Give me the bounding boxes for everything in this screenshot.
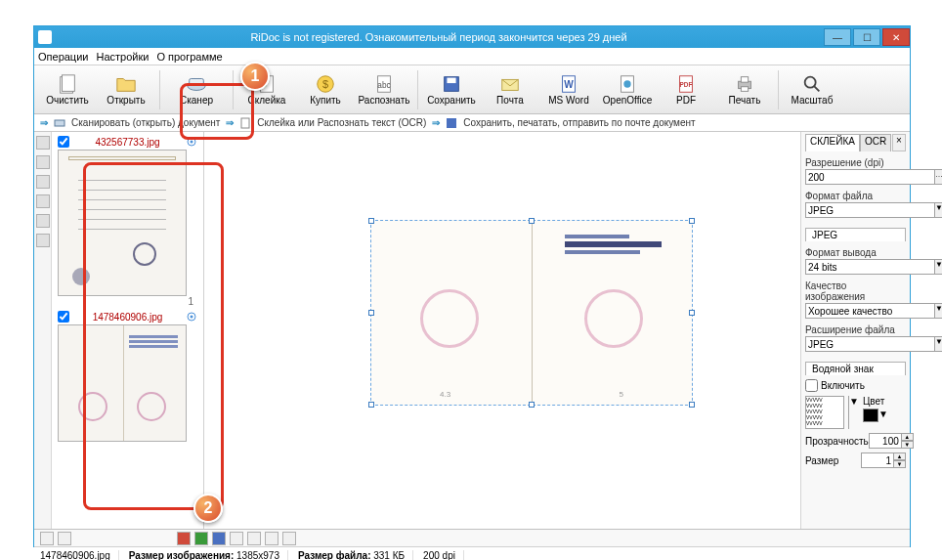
opacity-input[interactable] [869,433,902,449]
thumbnail-item[interactable]: 1478460906.jpg [58,311,197,442]
dropdown-icon[interactable]: ▼ [935,259,942,275]
fileformat-field: Формат файла ▼ [805,191,906,218]
gear-icon[interactable] [186,136,197,148]
rail-tool[interactable] [36,136,50,150]
fileformat-label: Формат файла [805,191,906,201]
msword-button[interactable]: WMS Word [541,67,596,112]
close-button[interactable]: ✕ [882,28,910,46]
print-button[interactable]: Печать [717,67,772,112]
pdf-button[interactable]: PDFPDF [659,67,713,112]
bottom-tool[interactable] [40,532,54,545]
rail-tool[interactable] [36,234,50,247]
output-format-label: Формат вывода [805,247,906,258]
tab-close-icon[interactable]: × [892,134,906,151]
canvas-area[interactable]: 4.3 5 [204,132,800,529]
bottom-tool[interactable] [212,532,226,545]
dropdown-icon[interactable]: ▼ [878,409,888,422]
quality-select[interactable] [805,303,935,319]
extension-label: Расширение файла [805,324,906,335]
resolution-more-button[interactable]: … [935,169,942,185]
app-window: RiDoc is not registered. Ознакомительный… [33,25,911,547]
menu-about[interactable]: О программе [156,51,222,63]
bottom-tool[interactable] [58,532,71,545]
bottom-tool[interactable] [282,532,296,545]
svg-rect-20 [741,77,748,83]
bottom-tool[interactable] [265,532,278,545]
callout-1: 1 [240,62,270,91]
dropdown-icon[interactable]: ▼ [935,202,942,218]
status-filename: 1478460906.jpg [40,550,119,560]
watermark-color-label: Цвет [863,396,888,407]
svg-rect-11 [447,78,455,84]
recognize-button[interactable]: abcРаспознать [357,67,411,112]
mail-label: Почта [496,95,524,106]
clear-button[interactable]: Очистить [40,67,95,112]
tab-ocr[interactable]: OCR [860,134,891,151]
minimize-button[interactable]: — [824,28,851,46]
dropdown-icon[interactable]: ▼ [935,336,942,352]
jpeg-section-tab[interactable]: JPEG [805,228,906,241]
fileformat-select[interactable] [805,202,935,218]
document-preview[interactable]: 4.3 5 [370,220,693,406]
spin-up[interactable]: ▲ [894,452,906,460]
bottom-tool[interactable] [194,532,208,545]
thumbnail-item[interactable]: 432567733.jpg 1 [58,136,197,307]
hint-bar: ⇒ Сканировать (открыть) документ ⇒ Склей… [34,114,910,132]
menu-operations[interactable]: Операции [38,51,88,63]
thumb-filename: 432567733.jpg [75,137,180,148]
glue-hint-icon [239,117,251,129]
status-filesize-label: Размер файла: [298,550,371,560]
resolution-input[interactable] [805,169,935,185]
dropdown-icon[interactable]: ▼ [935,303,942,319]
openoffice-label: OpenOffice [603,95,652,106]
rail-tool[interactable] [36,214,50,228]
resolution-field: Разрешение (dpi) … [805,157,906,185]
window-title: RiDoc is not registered. Ознакомительный… [56,31,822,43]
mail-button[interactable]: Почта [483,67,537,112]
open-button[interactable]: Открыть [99,67,153,112]
maximize-button[interactable]: ☐ [853,28,880,46]
quality-field: Качество изображения ▼ [805,280,906,319]
buy-button[interactable]: $Купить [298,67,353,112]
spin-down[interactable]: ▼ [902,441,914,449]
save-label: Сохранить [427,95,476,106]
zoom-button[interactable]: Масштаб [785,67,839,112]
quality-label: Качество изображения [805,280,906,302]
watermark-enable-checkbox[interactable] [805,379,818,392]
svg-rect-3 [190,79,204,85]
page-num-right: 5 [620,390,623,399]
menu-settings[interactable]: Настройки [96,51,149,63]
thumb-preview[interactable] [58,324,187,442]
thumb-preview[interactable] [58,150,187,296]
save-button[interactable]: Сохранить [424,67,479,112]
dropdown-icon[interactable]: ▼ [848,396,859,429]
resolution-label: Разрешение (dpi) [805,157,906,168]
bottom-tool[interactable] [177,532,191,545]
size-input[interactable] [861,452,894,468]
thumb-checkbox[interactable] [58,136,69,148]
bottom-tool[interactable] [247,532,261,545]
tab-glue[interactable]: СКЛЕЙКА [805,134,860,151]
watermark-pattern[interactable]: VVVVV VVVVV VVVVV VVVVV VVVVV [805,396,844,429]
scanner-button[interactable]: Сканер [166,67,227,112]
watermark-color-picker[interactable] [863,409,878,422]
toolbar: Очистить Открыть Сканер Склейка $Купить … [34,65,910,114]
output-format-select[interactable] [805,259,935,275]
spin-down[interactable]: ▼ [894,460,906,468]
svg-text:PDF: PDF [680,81,693,88]
rail-tool[interactable] [36,175,50,189]
rail-tool[interactable] [36,194,50,208]
spin-up[interactable]: ▲ [902,433,914,441]
bottom-tool[interactable] [230,532,243,545]
watermark-section-tab[interactable]: Водяной знак [805,362,906,375]
status-imgsize: 1385x973 [236,550,279,560]
gear-icon[interactable] [186,311,197,323]
thumb-checkbox[interactable] [58,311,69,323]
openoffice-button[interactable]: OpenOffice [600,67,655,112]
status-bar: 1478460906.jpg Размер изображения: 1385x… [34,546,910,560]
stamp-graphic [565,235,672,270]
extension-select[interactable] [805,336,935,352]
rail-tool[interactable] [36,155,50,169]
svg-point-16 [623,80,630,87]
clear-label: Очистить [46,95,89,106]
